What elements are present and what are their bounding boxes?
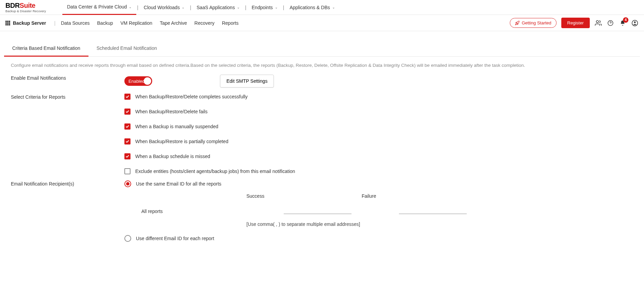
criteria-label-text: Exclude entities (hosts/client agents/ba… xyxy=(135,169,295,174)
criteria-item: When Backup/Restore is partially complet… xyxy=(124,138,637,144)
failure-header: Failure xyxy=(362,193,429,199)
second-menu: Data SourcesBackupVM ReplicationTape Arc… xyxy=(61,20,239,26)
criteria-checkbox[interactable] xyxy=(124,153,130,159)
criteria-label-text: When a Backup is manually suspended xyxy=(135,124,218,129)
top-menu-label: Endpoints xyxy=(252,5,273,10)
criteria-checkbox[interactable] xyxy=(124,138,130,144)
page-description: Configure email notifications and receiv… xyxy=(4,57,640,71)
logo-text-suite: Suite xyxy=(20,2,35,9)
second-menu-item[interactable]: Backup xyxy=(97,20,113,26)
second-menu-item[interactable]: Recovery xyxy=(195,20,215,26)
second-menu-item[interactable]: VM Replication xyxy=(120,20,152,26)
top-menu-label: Applications & DBs xyxy=(289,5,330,10)
recipient-radio-label: Use different Email ID for each report xyxy=(136,236,214,241)
menu-separator: | xyxy=(282,5,285,10)
failure-email-input[interactable] xyxy=(399,206,467,214)
success-header: Success xyxy=(246,193,314,199)
rocket-icon xyxy=(515,21,520,25)
users-icon[interactable] xyxy=(595,19,602,27)
second-menu-item[interactable]: Tape Archive xyxy=(160,20,187,26)
top-menu-item[interactable]: Data Center & Private Cloud⌄ xyxy=(62,0,137,15)
recipient-option: Use the same Email ID for all the report… xyxy=(124,180,637,187)
criteria-item: Exclude entities (hosts/client agents/ba… xyxy=(124,168,637,174)
menu-separator: | xyxy=(189,5,192,10)
help-icon[interactable] xyxy=(607,19,614,27)
nav-separator: | xyxy=(52,20,58,26)
chevron-down-icon: ⌄ xyxy=(332,5,335,9)
recipient-radio-label: Use the same Email ID for all the report… xyxy=(136,181,221,187)
top-menu-item[interactable]: Cloud Workloads⌄ xyxy=(139,0,189,15)
chevron-down-icon: ⌄ xyxy=(182,5,184,9)
all-reports-label: All reports xyxy=(135,209,236,214)
backup-server-selector[interactable]: Backup Server xyxy=(5,20,52,26)
getting-started-button[interactable]: Getting Started xyxy=(510,18,556,28)
email-grid: SuccessFailureAll reports[Use comma( , )… xyxy=(135,193,637,227)
account-icon[interactable] xyxy=(631,19,639,27)
criteria-label-text: When a Backup schedule is missed xyxy=(135,154,210,159)
tab[interactable]: Scheduled Email Notification xyxy=(88,41,165,56)
criteria-item: When Backup/Restore/Delete fails xyxy=(124,109,637,115)
criteria-item: When a Backup is manually suspended xyxy=(124,123,637,130)
top-menu-label: SaaS Applications xyxy=(197,5,235,10)
menu-separator: | xyxy=(244,5,247,10)
toggle-knob xyxy=(144,77,151,85)
criteria-label-text: When Backup/Restore/Delete completes suc… xyxy=(135,94,247,99)
enable-label: Enable Email Notifications xyxy=(7,75,124,81)
logo-subtext: Backup & Disaster Recovery xyxy=(5,9,46,13)
edit-smtp-button[interactable]: Edit SMTP Settings xyxy=(220,75,274,88)
logo[interactable]: BDRSuite Backup & Disaster Recovery xyxy=(5,2,46,13)
menu-separator: | xyxy=(136,5,139,10)
criteria-checkbox[interactable] xyxy=(124,168,130,174)
email-hint: [Use comma( , ) to separate multiple ema… xyxy=(246,221,637,227)
criteria-checkbox[interactable] xyxy=(124,109,130,115)
toggle-state-label: Enabled xyxy=(128,79,145,84)
logo-text-bdr: BDR xyxy=(5,2,20,9)
top-menu-item[interactable]: Applications & DBs⌄ xyxy=(285,0,339,15)
second-menu-item[interactable]: Reports xyxy=(222,20,239,26)
top-menu-item[interactable]: SaaS Applications⌄ xyxy=(192,0,244,15)
top-menu-item[interactable]: Endpoints⌄ xyxy=(247,0,282,15)
recipient-option: Use different Email ID for each report xyxy=(124,235,637,242)
criteria-item: When a Backup schedule is missed xyxy=(124,153,637,159)
svg-point-4 xyxy=(634,21,636,23)
criteria-checkbox[interactable] xyxy=(124,94,130,100)
tab[interactable]: Criteria Based Email Notification xyxy=(4,41,88,57)
recipient-radio[interactable] xyxy=(124,180,131,187)
page-tabs: Criteria Based Email NotificationSchedul… xyxy=(4,41,640,57)
svg-point-0 xyxy=(596,20,599,23)
criteria-checkbox[interactable] xyxy=(124,123,130,130)
recipient-radio[interactable] xyxy=(124,235,131,242)
getting-started-label: Getting Started xyxy=(522,20,551,25)
chevron-down-icon: ⌄ xyxy=(275,5,278,9)
grid-icon xyxy=(5,21,10,25)
top-menu: Data Center & Private Cloud⌄|Cloud Workl… xyxy=(62,0,340,15)
criteria-label-text: When Backup/Restore is partially complet… xyxy=(135,139,228,144)
chevron-down-icon: ⌄ xyxy=(237,5,240,9)
register-button[interactable]: Register xyxy=(561,18,590,28)
criteria-label-text: When Backup/Restore/Delete fails xyxy=(135,109,207,114)
criteria-label: Select Criteria for Reports xyxy=(7,94,124,100)
second-menu-item[interactable]: Data Sources xyxy=(61,20,90,26)
notifications-button[interactable]: 4 xyxy=(619,19,626,27)
enable-toggle[interactable]: Enabled xyxy=(124,76,152,86)
backup-server-label: Backup Server xyxy=(13,20,46,26)
recipients-label: Email Notification Recipient(s) xyxy=(7,180,124,187)
chevron-down-icon: ⌄ xyxy=(129,5,132,9)
top-menu-label: Data Center & Private Cloud xyxy=(67,4,127,9)
success-email-input[interactable] xyxy=(284,206,351,214)
top-menu-label: Cloud Workloads xyxy=(144,5,180,10)
criteria-item: When Backup/Restore/Delete completes suc… xyxy=(124,94,637,100)
notifications-badge: 4 xyxy=(623,17,628,23)
